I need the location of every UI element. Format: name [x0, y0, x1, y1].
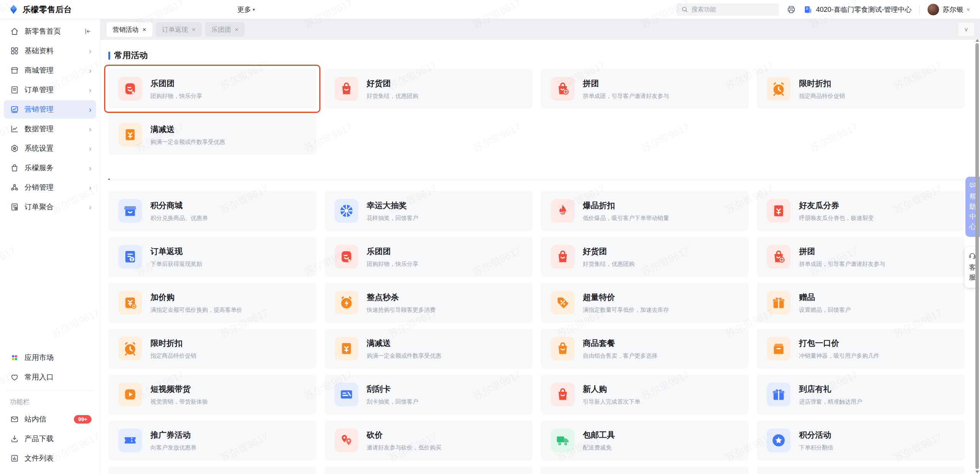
- page-scrollbar[interactable]: [975, 39, 979, 473]
- activity-card[interactable]: 砍价 邀请好友参与砍价，低价购买: [325, 420, 532, 460]
- filter-tab[interactable]: [188, 171, 189, 180]
- activity-card[interactable]: 积分团 1积分限量抢购: [541, 466, 749, 474]
- activity-card[interactable]: 包邮工具 配送费减免: [541, 420, 749, 460]
- activity-card[interactable]: HOT 爆品折扣 低价爆品，吸引客户下单带动销量: [541, 191, 749, 231]
- activity-card[interactable]: 新人购 引导新人完成首次下单: [541, 375, 749, 414]
- activity-card[interactable]: 今日吃啥 推荐菜谱，带动食材销量: [757, 466, 965, 474]
- activity-card[interactable]: 好友瓜分券 呼朋唤友瓜分券包，极速裂变: [757, 191, 965, 231]
- activity-card[interactable]: 到店有礼 进店弹窗，精准触达用户: [757, 375, 965, 414]
- activity-card[interactable]: 超量特价 满指定数量可享低价，加速去库存: [541, 283, 749, 323]
- page-tab[interactable]: 订单返现 ×: [156, 22, 202, 37]
- sidebar-tools: 站内信 99+ 产品下载 文件列表: [4, 410, 96, 467]
- activity-card[interactable]: 刮刮卡 刮卡抽奖，回馈客户: [325, 375, 532, 414]
- activity-grid: 积分商城 积分兑换商品、优惠券 幸运大抽奖 花样抽奖，回馈客户 HOT 爆品折扣: [108, 191, 965, 474]
- activity-card[interactable]: 整点秒杀 快速抢购引导顾客更多消费: [325, 283, 532, 323]
- sidebar-item[interactable]: 常用入口: [4, 368, 96, 386]
- activity-card[interactable]: 乐团团 团购好物，快乐分享: [325, 237, 532, 277]
- star-circle-icon: [767, 428, 791, 452]
- document-icon: [10, 85, 19, 94]
- activity-card[interactable]: 拼团 拼单成团，引导客户邀请好友参与: [757, 237, 965, 277]
- truck-icon: [551, 428, 575, 452]
- bag-icon: [551, 337, 575, 360]
- activity-card[interactable]: 订单返现 下单后获得返现奖励: [108, 237, 316, 277]
- topbar: 乐檬零售后台 更多 ▾ 4020-喜临门零食测试-管理中心 苏尔银: [0, 0, 980, 19]
- sidebar-item[interactable]: 应用市场: [4, 349, 96, 367]
- chevron-right-icon: ›: [89, 184, 91, 191]
- sidebar-item[interactable]: 订单管理 ›: [4, 81, 96, 99]
- filter-tab[interactable]: [148, 171, 150, 180]
- distribution-icon: [10, 183, 19, 192]
- chevron-down-icon: ∨: [964, 26, 969, 33]
- activity-card[interactable]: 满减送 购满一定金额或件数享受优惠: [108, 115, 316, 155]
- sidebar-item[interactable]: 数据管理 ›: [4, 120, 96, 138]
- printer-icon[interactable]: [787, 5, 796, 14]
- page-tab[interactable]: 营销活动 ×: [106, 22, 152, 37]
- activity-card[interactable]: 好货团 好货集结，优惠团购: [541, 237, 749, 277]
- unread-badge: 99+: [74, 415, 91, 424]
- tab-list-dropdown[interactable]: ∨: [958, 23, 975, 36]
- order-aggregate-icon: [10, 202, 19, 212]
- activity-card[interactable]: 拼团 拼单成团，引导客户邀请好友参与: [541, 69, 749, 109]
- scrollbar-thumb[interactable]: [975, 43, 979, 469]
- activity-card[interactable]: 会员任务 做任务领奖励，提升用户活跃度: [325, 466, 532, 474]
- caret-down-icon: ▾: [253, 7, 255, 12]
- activity-card[interactable]: 支付有礼 下单付款后引导客户参与营销互动: [108, 466, 316, 474]
- activity-card[interactable]: 满减送 购满一定金额或件数享受优惠: [325, 329, 532, 368]
- activity-card[interactable]: 积分活动 下单积分翻倍: [757, 420, 965, 460]
- sidebar-item[interactable]: 商城管理 ›: [4, 61, 96, 80]
- activity-card[interactable]: 限时折扣 指定商品特价促销: [757, 69, 965, 109]
- global-search-input[interactable]: [691, 6, 774, 13]
- store-selector[interactable]: 4020-喜临门零食测试-管理中心: [804, 5, 911, 14]
- hot-flame-icon: HOT: [551, 199, 575, 223]
- filter-tab[interactable]: [168, 171, 170, 180]
- bag-icon: [551, 383, 575, 406]
- close-icon[interactable]: ×: [142, 26, 146, 33]
- activity-card[interactable]: 赠品 设置赠品，回馈客户: [757, 283, 965, 323]
- sidebar-item[interactable]: 新零售首页: [4, 22, 96, 41]
- download-icon: [10, 434, 19, 443]
- activity-card[interactable]: 打包一口价 冲销量神器，吸引用户多购几件: [757, 329, 965, 368]
- sidebar-item[interactable]: 营销管理 ›: [4, 100, 96, 119]
- activity-card[interactable]: 好货团 好货集结，优惠团购: [325, 69, 532, 109]
- svg-text:HOT: HOT: [559, 211, 566, 215]
- sidebar-item[interactable]: 基础资料 ›: [4, 42, 96, 60]
- activity-card[interactable]: 短视频带货 视觉营销，带货新体验: [108, 375, 316, 414]
- sidebar-item[interactable]: 分销管理 ›: [4, 178, 96, 197]
- bag-icon: [335, 77, 358, 101]
- top-nav-more[interactable]: 更多 ▾: [237, 5, 255, 14]
- scroll-up-icon[interactable]: [975, 39, 979, 42]
- tag-discount-icon: [551, 291, 575, 314]
- activity-card[interactable]: 幸运大抽奖 花样抽奖，回馈客户: [325, 191, 532, 231]
- activity-card[interactable]: 加价购 满指定金额可低价换购，提高客单价: [108, 283, 316, 323]
- activity-card[interactable]: 乐团团 团购好物，快乐分享: [108, 69, 316, 109]
- points-mall-icon: [118, 199, 142, 223]
- sidebar-item[interactable]: 乐檬服务 ›: [4, 159, 96, 177]
- open-tabs: 营销活动 × 订单返现 × 乐团团 ×: [100, 19, 980, 40]
- sidebar-item[interactable]: 订单聚合 ›: [4, 198, 96, 216]
- close-icon[interactable]: ×: [235, 26, 238, 33]
- sidebar-item[interactable]: 站内信 99+: [4, 410, 96, 428]
- collapse-sidebar-icon[interactable]: [83, 27, 91, 36]
- marketing-activity-page: 常用活动 乐团团 团购好物，快乐分享 好货团: [100, 40, 980, 474]
- page-tab[interactable]: 乐团团 ×: [205, 22, 245, 37]
- global-search[interactable]: [676, 3, 779, 16]
- sidebar-item[interactable]: 系统设置 ›: [4, 139, 96, 158]
- app-title: 乐檬零售后台: [23, 4, 72, 15]
- user-menu[interactable]: 苏尔银 ∨: [927, 3, 970, 16]
- activity-card[interactable]: 积分商城 积分兑换商品、优惠券: [108, 191, 316, 231]
- activity-card[interactable]: 商品套餐 自由组合售卖，客户更多选择: [541, 329, 749, 368]
- section-accent-bar: [108, 52, 110, 60]
- activity-card[interactable]: 限时折扣 指定商品特价促销: [108, 329, 316, 368]
- play-video-icon: [118, 383, 142, 406]
- activity-card[interactable]: 推广券活动 向客户发放优惠券: [108, 420, 316, 460]
- smile-card-icon: [335, 245, 358, 269]
- envelope-yen-icon: [767, 199, 791, 223]
- filter-tab[interactable]: [108, 171, 110, 180]
- sidebar-item[interactable]: 产品下载: [4, 430, 96, 448]
- sidebar-item[interactable]: 文件列表: [4, 449, 96, 467]
- filter-tab[interactable]: [128, 171, 130, 180]
- close-icon[interactable]: ×: [192, 26, 196, 33]
- gift-icon: [767, 291, 791, 314]
- scroll-down-icon[interactable]: [975, 471, 979, 473]
- envelope-yen-icon: [335, 337, 358, 360]
